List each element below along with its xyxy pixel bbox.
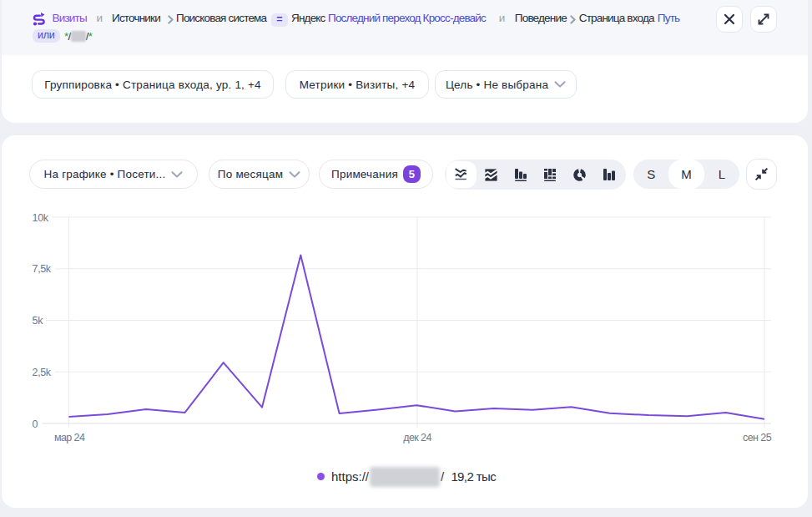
svg-text:5k: 5k: [33, 315, 44, 327]
svg-text:сен 25: сен 25: [743, 432, 772, 444]
svg-text:10k: 10k: [33, 212, 49, 224]
svg-text:7,5k: 7,5k: [33, 263, 52, 275]
svg-text:2,5k: 2,5k: [33, 367, 52, 378]
svg-text:дек 24: дек 24: [403, 432, 431, 444]
svg-text:мар 24: мар 24: [54, 432, 85, 444]
svg-text:0: 0: [33, 418, 38, 430]
